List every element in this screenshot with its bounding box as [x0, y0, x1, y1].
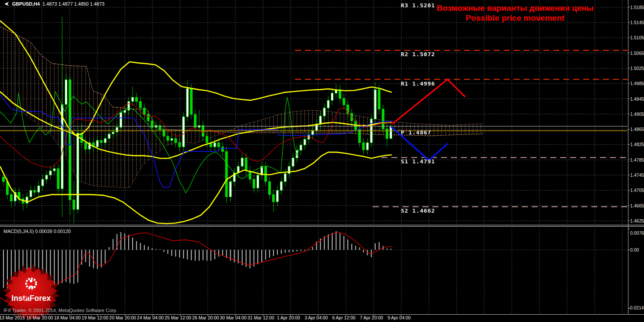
symbol-timeframe: GBPUSD,H4 [12, 1, 40, 6]
chart-window-icon [3, 1, 10, 6]
price-tick-label: 1.4745 [630, 172, 644, 178]
analyst-annotation: Возможные варианты движения цены Possibl… [430, 3, 600, 23]
time-axis[interactable]: 13 Mar 201516 Mar 20:0018 Mar 04:0019 Ma… [0, 315, 644, 322]
price-tick-label: 1.5025 [630, 66, 644, 71]
price-tick-label: 1.4705 [630, 188, 644, 193]
macd-name: MACD(5,34,5) [3, 229, 34, 234]
price-tick-label: 1.4905 [630, 112, 644, 117]
level-label-r3: R3 1.5201 [401, 2, 435, 9]
price-tick-label: 1.5185 [630, 5, 644, 10]
indicator-lines [0, 21, 393, 224]
price-tick-label: 1.4945 [630, 96, 644, 102]
price-tick-label: 1.4625 [630, 218, 644, 223]
price-projection-arrows [391, 80, 465, 160]
level-label-s2: S2 1.4662 [401, 207, 435, 214]
ohlc-values: 1.4873 1.4877 1.4850 1.4873 [42, 1, 105, 6]
price-tick-label: 1.4785 [630, 157, 644, 163]
price-tick-label: 1.5105 [630, 35, 644, 40]
macd-indicator-title: MACD(5,34,5) 0.00039 0.00120 [3, 229, 71, 234]
chart-title: GBPUSD,H4 1.4873 1.4877 1.4850 1.4873 [3, 1, 105, 6]
price-tick-label: 1.5145 [630, 20, 644, 25]
panel-frame [0, 0, 644, 316]
level-label-s1: S1 1.4791 [401, 158, 435, 165]
time-tick-label: 9 Apr 04:00 [380, 315, 419, 320]
annotation-line-en: Possible price movement [430, 13, 600, 23]
annotation-line-ru: Возможные варианты движения цены [430, 3, 600, 13]
pivot-level-lines [0, 50, 628, 207]
logo-text: InstaForex [11, 294, 51, 303]
level-label-r2: R2 1.5072 [401, 51, 435, 57]
macd-axis-zero: 0.00 [630, 247, 639, 252]
price-tick-label: 1.4865 [630, 127, 644, 132]
copyright-text: IFX Trader, © 2001-2014, MetaQuotes Soft… [3, 308, 117, 313]
macd-axis-min: -0.02147 [628, 305, 644, 310]
level-label-r1: R1 1.4996 [401, 80, 435, 87]
macd-histogram [3, 231, 391, 296]
price-tick-label: 1.4665 [630, 203, 644, 208]
trading-terminal-chart: InstaForex GBPUSD,H4 1.4873 1.4877 1.485… [0, 0, 644, 322]
price-tick-label: 1.5065 [630, 51, 644, 56]
macd-axis-max: 0.00769 [630, 230, 644, 236]
level-label-p: P 1.4867 [401, 129, 431, 136]
price-axis[interactable]: 1.4873 0.00769 0.00 -0.02147 1.51851.514… [628, 0, 644, 314]
chart-surface[interactable]: InstaForex [0, 0, 644, 322]
price-tick-label: 1.4825 [630, 142, 644, 147]
price-tick-label: 1.4985 [630, 81, 644, 86]
macd-values: 0.00039 0.00120 [35, 229, 71, 234]
candlesticks [3, 17, 392, 223]
